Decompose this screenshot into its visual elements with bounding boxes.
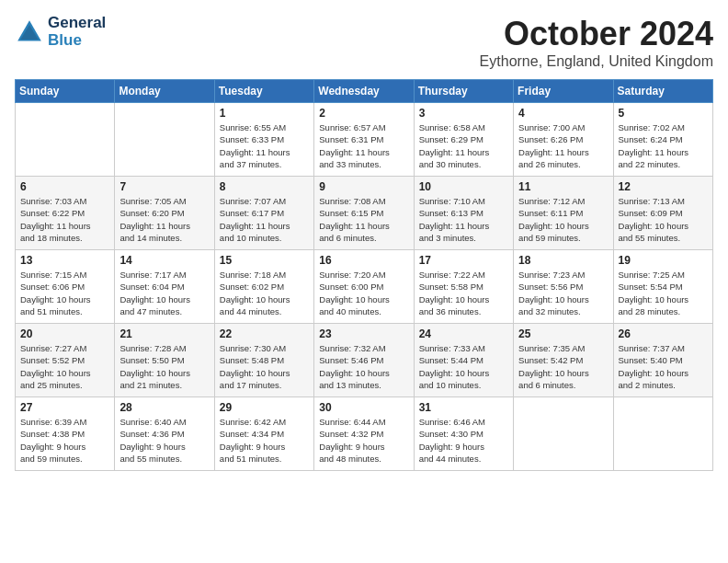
day-number: 20 bbox=[20, 327, 109, 340]
calendar-cell: 23Sunrise: 7:32 AM Sunset: 5:46 PM Dayli… bbox=[314, 324, 414, 397]
title-block: October 2024 Eythorne, England, United K… bbox=[480, 15, 713, 70]
logo-text-line2: Blue bbox=[48, 32, 106, 50]
day-info: Sunrise: 7:32 AM Sunset: 5:46 PM Dayligh… bbox=[319, 342, 408, 391]
calendar-cell: 14Sunrise: 7:17 AM Sunset: 6:04 PM Dayli… bbox=[115, 250, 214, 324]
day-info: Sunrise: 7:23 AM Sunset: 5:56 PM Dayligh… bbox=[518, 269, 608, 317]
day-number: 27 bbox=[20, 401, 109, 414]
day-number: 15 bbox=[220, 254, 309, 267]
day-info: Sunrise: 7:00 AM Sunset: 6:26 PM Dayligh… bbox=[518, 121, 608, 170]
weekday-header-friday: Friday bbox=[514, 80, 613, 103]
day-number: 17 bbox=[419, 254, 508, 267]
day-info: Sunrise: 7:13 AM Sunset: 6:09 PM Dayligh… bbox=[619, 195, 708, 244]
calendar-cell: 11Sunrise: 7:12 AM Sunset: 6:11 PM Dayli… bbox=[514, 177, 613, 250]
day-info: Sunrise: 6:46 AM Sunset: 4:30 PM Dayligh… bbox=[419, 416, 508, 465]
calendar-cell: 31Sunrise: 6:46 AM Sunset: 4:30 PM Dayli… bbox=[414, 397, 513, 471]
calendar-cell: 15Sunrise: 7:18 AM Sunset: 6:02 PM Dayli… bbox=[214, 250, 313, 324]
weekday-header-row: SundayMondayTuesdayWednesdayThursdayFrid… bbox=[16, 80, 713, 103]
calendar-cell bbox=[613, 397, 712, 471]
weekday-header-thursday: Thursday bbox=[414, 80, 513, 103]
weekday-header-monday: Monday bbox=[115, 80, 214, 103]
day-info: Sunrise: 6:44 AM Sunset: 4:32 PM Dayligh… bbox=[319, 416, 408, 465]
calendar-cell: 10Sunrise: 7:10 AM Sunset: 6:13 PM Dayli… bbox=[414, 177, 513, 250]
calendar-cell: 26Sunrise: 7:37 AM Sunset: 5:40 PM Dayli… bbox=[613, 324, 712, 397]
day-info: Sunrise: 7:25 AM Sunset: 5:54 PM Dayligh… bbox=[619, 269, 708, 317]
calendar-cell: 7Sunrise: 7:05 AM Sunset: 6:20 PM Daylig… bbox=[115, 177, 214, 250]
day-number: 26 bbox=[619, 327, 708, 340]
day-info: Sunrise: 7:12 AM Sunset: 6:11 PM Dayligh… bbox=[518, 195, 608, 244]
calendar-cell: 5Sunrise: 7:02 AM Sunset: 6:24 PM Daylig… bbox=[613, 103, 712, 177]
calendar-cell: 4Sunrise: 7:00 AM Sunset: 6:26 PM Daylig… bbox=[514, 103, 613, 177]
day-info: Sunrise: 7:08 AM Sunset: 6:15 PM Dayligh… bbox=[319, 195, 408, 244]
calendar-cell: 21Sunrise: 7:28 AM Sunset: 5:50 PM Dayli… bbox=[115, 324, 214, 397]
calendar-cell: 8Sunrise: 7:07 AM Sunset: 6:17 PM Daylig… bbox=[214, 177, 313, 250]
day-number: 24 bbox=[419, 327, 508, 340]
day-number: 19 bbox=[619, 254, 708, 267]
calendar-cell: 12Sunrise: 7:13 AM Sunset: 6:09 PM Dayli… bbox=[613, 177, 712, 250]
calendar-week-row: 1Sunrise: 6:55 AM Sunset: 6:33 PM Daylig… bbox=[16, 103, 713, 177]
logo-icon bbox=[15, 17, 44, 47]
logo-text-line1: General bbox=[48, 15, 106, 32]
day-info: Sunrise: 7:03 AM Sunset: 6:22 PM Dayligh… bbox=[20, 195, 109, 244]
logo: General Blue bbox=[15, 15, 106, 49]
day-info: Sunrise: 7:20 AM Sunset: 6:00 PM Dayligh… bbox=[319, 269, 408, 317]
day-info: Sunrise: 6:57 AM Sunset: 6:31 PM Dayligh… bbox=[319, 121, 408, 170]
day-number: 13 bbox=[20, 254, 109, 267]
day-info: Sunrise: 7:28 AM Sunset: 5:50 PM Dayligh… bbox=[119, 342, 209, 391]
day-info: Sunrise: 7:27 AM Sunset: 5:52 PM Dayligh… bbox=[20, 342, 109, 391]
day-number: 9 bbox=[319, 180, 408, 193]
day-number: 6 bbox=[20, 180, 109, 193]
day-info: Sunrise: 7:22 AM Sunset: 5:58 PM Dayligh… bbox=[419, 269, 508, 317]
day-number: 1 bbox=[220, 107, 309, 120]
calendar-cell bbox=[115, 103, 214, 177]
calendar-cell: 1Sunrise: 6:55 AM Sunset: 6:33 PM Daylig… bbox=[214, 103, 313, 177]
day-number: 29 bbox=[220, 401, 309, 414]
day-number: 18 bbox=[518, 254, 608, 267]
calendar-cell: 16Sunrise: 7:20 AM Sunset: 6:00 PM Dayli… bbox=[314, 250, 414, 324]
day-info: Sunrise: 6:55 AM Sunset: 6:33 PM Dayligh… bbox=[220, 121, 309, 170]
calendar-week-row: 20Sunrise: 7:27 AM Sunset: 5:52 PM Dayli… bbox=[16, 324, 713, 397]
weekday-header-saturday: Saturday bbox=[613, 80, 712, 103]
day-info: Sunrise: 7:17 AM Sunset: 6:04 PM Dayligh… bbox=[119, 269, 209, 317]
day-info: Sunrise: 7:02 AM Sunset: 6:24 PM Dayligh… bbox=[619, 121, 708, 170]
calendar-week-row: 27Sunrise: 6:39 AM Sunset: 4:38 PM Dayli… bbox=[16, 397, 713, 471]
day-number: 7 bbox=[119, 180, 209, 193]
day-info: Sunrise: 7:15 AM Sunset: 6:06 PM Dayligh… bbox=[20, 269, 109, 317]
day-number: 5 bbox=[619, 107, 708, 120]
calendar-cell: 30Sunrise: 6:44 AM Sunset: 4:32 PM Dayli… bbox=[314, 397, 414, 471]
calendar-week-row: 13Sunrise: 7:15 AM Sunset: 6:06 PM Dayli… bbox=[16, 250, 713, 324]
day-info: Sunrise: 7:07 AM Sunset: 6:17 PM Dayligh… bbox=[220, 195, 309, 244]
day-info: Sunrise: 6:42 AM Sunset: 4:34 PM Dayligh… bbox=[220, 416, 309, 465]
day-number: 3 bbox=[419, 107, 508, 120]
day-number: 8 bbox=[220, 180, 309, 193]
calendar-cell: 20Sunrise: 7:27 AM Sunset: 5:52 PM Dayli… bbox=[16, 324, 115, 397]
calendar-cell: 22Sunrise: 7:30 AM Sunset: 5:48 PM Dayli… bbox=[214, 324, 313, 397]
day-number: 22 bbox=[220, 327, 309, 340]
day-info: Sunrise: 7:05 AM Sunset: 6:20 PM Dayligh… bbox=[119, 195, 209, 244]
day-info: Sunrise: 6:58 AM Sunset: 6:29 PM Dayligh… bbox=[419, 121, 508, 170]
calendar-cell: 3Sunrise: 6:58 AM Sunset: 6:29 PM Daylig… bbox=[414, 103, 513, 177]
day-info: Sunrise: 7:33 AM Sunset: 5:44 PM Dayligh… bbox=[419, 342, 508, 391]
calendar-cell: 18Sunrise: 7:23 AM Sunset: 5:56 PM Dayli… bbox=[514, 250, 613, 324]
day-number: 10 bbox=[419, 180, 508, 193]
month-title: October 2024 bbox=[480, 15, 713, 53]
day-info: Sunrise: 7:18 AM Sunset: 6:02 PM Dayligh… bbox=[220, 269, 309, 317]
calendar-cell: 19Sunrise: 7:25 AM Sunset: 5:54 PM Dayli… bbox=[613, 250, 712, 324]
calendar-cell bbox=[514, 397, 613, 471]
day-number: 21 bbox=[119, 327, 209, 340]
calendar-cell bbox=[16, 103, 115, 177]
calendar-cell: 6Sunrise: 7:03 AM Sunset: 6:22 PM Daylig… bbox=[16, 177, 115, 250]
calendar-cell: 29Sunrise: 6:42 AM Sunset: 4:34 PM Dayli… bbox=[214, 397, 313, 471]
calendar-cell: 27Sunrise: 6:39 AM Sunset: 4:38 PM Dayli… bbox=[16, 397, 115, 471]
calendar-cell: 13Sunrise: 7:15 AM Sunset: 6:06 PM Dayli… bbox=[16, 250, 115, 324]
calendar-cell: 25Sunrise: 7:35 AM Sunset: 5:42 PM Dayli… bbox=[514, 324, 613, 397]
day-number: 16 bbox=[319, 254, 408, 267]
page-header: General Blue October 2024 Eythorne, Engl… bbox=[15, 15, 713, 70]
day-number: 4 bbox=[518, 107, 608, 120]
day-info: Sunrise: 7:35 AM Sunset: 5:42 PM Dayligh… bbox=[518, 342, 608, 391]
weekday-header-sunday: Sunday bbox=[16, 80, 115, 103]
day-number: 11 bbox=[518, 180, 608, 193]
location-subtitle: Eythorne, England, United Kingdom bbox=[480, 53, 713, 70]
calendar-week-row: 6Sunrise: 7:03 AM Sunset: 6:22 PM Daylig… bbox=[16, 177, 713, 250]
day-info: Sunrise: 6:40 AM Sunset: 4:36 PM Dayligh… bbox=[119, 416, 209, 465]
weekday-header-tuesday: Tuesday bbox=[214, 80, 313, 103]
